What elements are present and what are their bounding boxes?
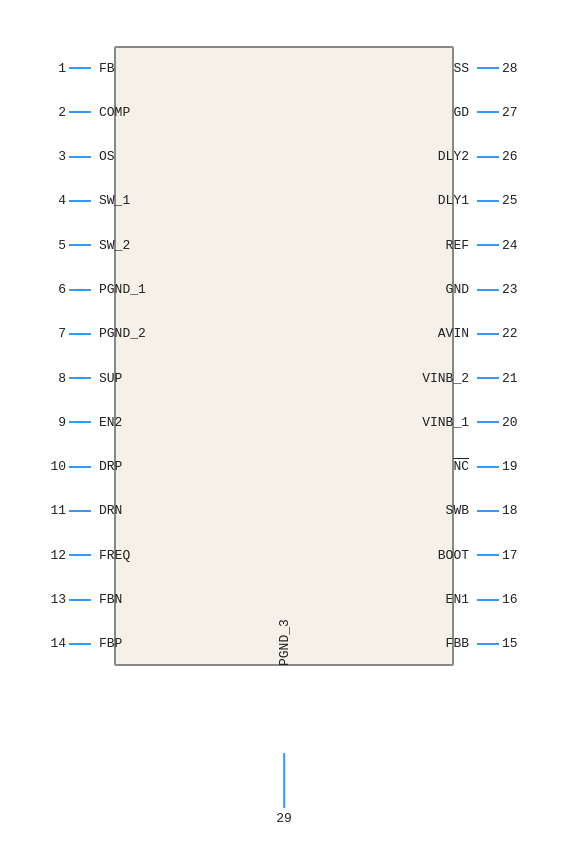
pin-line — [477, 421, 499, 423]
pin-line — [477, 554, 499, 556]
pin-line — [69, 466, 91, 468]
pin-label: GND — [446, 282, 477, 297]
pin-number: 8 — [44, 371, 66, 386]
right-pin-row: GND23 — [184, 272, 524, 308]
pin-label: VINB_2 — [422, 371, 477, 386]
right-pins-area: SS28GD27DLY226DLY125REF24GND23AVIN22VINB… — [184, 46, 524, 666]
pin-label: FBP — [91, 636, 122, 651]
right-pin-row: DLY226 — [184, 139, 524, 175]
pin-line — [69, 244, 91, 246]
right-pin-row: SS28 — [184, 50, 524, 86]
pin-line — [69, 421, 91, 423]
pin-label: PGND_1 — [91, 282, 146, 297]
pin-label: NC — [453, 459, 477, 474]
pin-label: PGND_2 — [91, 326, 146, 341]
pin-number: 28 — [502, 61, 524, 76]
pin-label: SS — [453, 61, 477, 76]
pin-label: DLY1 — [438, 193, 477, 208]
pin-label: COMP — [91, 105, 130, 120]
pin-number: 4 — [44, 193, 66, 208]
pin-line — [69, 643, 91, 645]
pin-label: FBN — [91, 592, 122, 607]
pin-label: SUP — [91, 371, 122, 386]
pin-line — [69, 200, 91, 202]
pin-number: 13 — [44, 592, 66, 607]
pin-label: BOOT — [438, 548, 477, 563]
right-pin-row: REF24 — [184, 227, 524, 263]
pin-label: REF — [446, 238, 477, 253]
pin-label: EN2 — [91, 415, 122, 430]
pin-line — [477, 333, 499, 335]
pin-line — [69, 554, 91, 556]
pin-number: 22 — [502, 326, 524, 341]
pin-number: 1 — [44, 61, 66, 76]
pin-number: 2 — [44, 105, 66, 120]
right-pin-row: SWB18 — [184, 493, 524, 529]
pin-label: VINB_1 — [422, 415, 477, 430]
right-pin-row: VINB_120 — [184, 404, 524, 440]
pin-line — [477, 156, 499, 158]
pin-line — [69, 156, 91, 158]
pin-number: 24 — [502, 238, 524, 253]
pin-label: FBB — [446, 636, 477, 651]
pin-line — [477, 510, 499, 512]
pin-label: FB — [91, 61, 115, 76]
pin-line — [69, 377, 91, 379]
right-pin-row: NC19 — [184, 449, 524, 485]
chip-diagram: 1FB2COMP3OS4SW_15SW_26PGND_17PGND_28SUP9… — [44, 26, 524, 826]
pin-number: 15 — [502, 636, 524, 651]
pin-line — [477, 599, 499, 601]
right-pin-row: EN116 — [184, 582, 524, 618]
pin-number: 3 — [44, 149, 66, 164]
bottom-pin-label: PGND_3 — [277, 601, 292, 666]
pin-number: 9 — [44, 415, 66, 430]
pin-line — [69, 111, 91, 113]
pin-number: 16 — [502, 592, 524, 607]
pin-number: 17 — [502, 548, 524, 563]
pin-number: 12 — [44, 548, 66, 563]
pin-number: 21 — [502, 371, 524, 386]
pin-line — [477, 111, 499, 113]
pin-line — [477, 244, 499, 246]
pin-number: 18 — [502, 503, 524, 518]
pin-line — [477, 67, 499, 69]
pin-line — [69, 289, 91, 291]
pin-line — [69, 599, 91, 601]
pin-label: AVIN — [438, 326, 477, 341]
pin-label: DLY2 — [438, 149, 477, 164]
pin-number: 5 — [44, 238, 66, 253]
pin-number: 14 — [44, 636, 66, 651]
pin-label: DRP — [91, 459, 122, 474]
bottom-pin-area: 29 — [276, 753, 292, 826]
pin-number: 19 — [502, 459, 524, 474]
pin-label: SWB — [446, 503, 477, 518]
pin-line — [69, 67, 91, 69]
pin-number: 26 — [502, 149, 524, 164]
right-pin-row: BOOT17 — [184, 537, 524, 573]
pin-line — [477, 466, 499, 468]
bottom-pin-num: 29 — [276, 811, 292, 826]
pin-number: 11 — [44, 503, 66, 518]
pin-line — [69, 510, 91, 512]
pin-label: FREQ — [91, 548, 130, 563]
pin-number: 6 — [44, 282, 66, 297]
bottom-pin-label-container: PGND_3 — [277, 601, 292, 666]
pin-label: SW_2 — [91, 238, 130, 253]
pin-label: GD — [453, 105, 477, 120]
pin-label: EN1 — [446, 592, 477, 607]
pin-label: SW_1 — [91, 193, 130, 208]
pin-line — [477, 289, 499, 291]
pin-number: 27 — [502, 105, 524, 120]
pin-label: OS — [91, 149, 115, 164]
pin-line — [69, 333, 91, 335]
pin-number: 23 — [502, 282, 524, 297]
right-pin-row: GD27 — [184, 94, 524, 130]
pin-number: 10 — [44, 459, 66, 474]
right-pin-row: VINB_221 — [184, 360, 524, 396]
right-pin-row: DLY125 — [184, 183, 524, 219]
pin-number: 7 — [44, 326, 66, 341]
right-pin-row: AVIN22 — [184, 316, 524, 352]
pin-number: 25 — [502, 193, 524, 208]
right-pin-row: FBB15 — [184, 626, 524, 662]
pin-line — [477, 377, 499, 379]
